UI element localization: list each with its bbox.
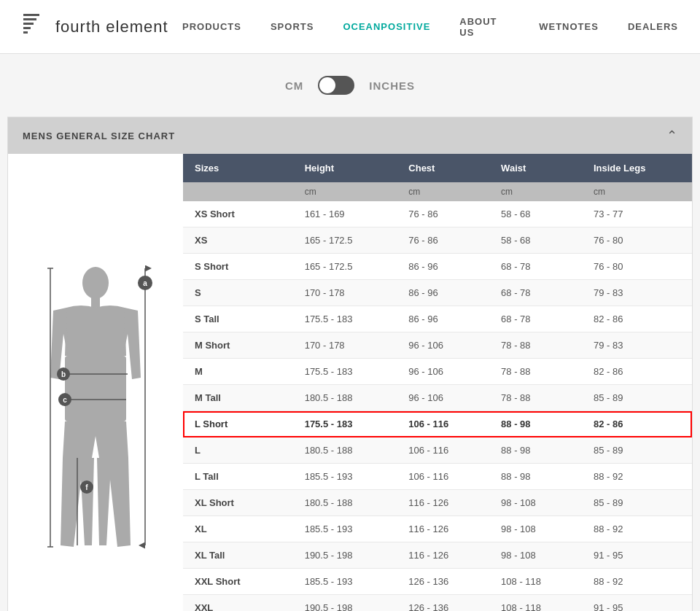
nav-about[interactable]: ABOUT US [459,16,510,38]
section-body: a b c f [8,154,692,611]
cell-value: 175.5 - 183 [293,306,397,332]
svg-rect-1 [23,18,36,20]
cell-value: 82 - 86 [582,411,692,437]
table-row: S170 - 17886 - 9668 - 7879 - 83 [183,280,692,306]
header: fourth element PRODUCTS SPORTS OCEANPOSI… [0,0,700,54]
table-row: S Short165 - 172.586 - 9668 - 7876 - 80 [183,254,692,280]
nav-dealers[interactable]: DEALERS [628,21,678,32]
svg-rect-6 [91,297,100,308]
collapse-icon[interactable]: ⌃ [666,128,677,144]
cell-value: 180.5 - 188 [293,385,397,411]
unit-height: cm [293,182,397,201]
cell-value: 116 - 126 [397,542,489,569]
cm-label: CM [285,79,303,92]
cell-value: 88 - 98 [489,464,582,490]
logo-area: fourth element [22,11,182,43]
col-header-waist: Waist [489,154,582,182]
cell-value: 85 - 89 [582,490,692,516]
cell-value: 161 - 169 [293,201,397,227]
nav-sports[interactable]: SPORTS [271,21,314,32]
table-row: XL Short180.5 - 188116 - 12698 - 10885 -… [183,490,692,516]
table-row: XS Short161 - 16976 - 8658 - 6873 - 77 [183,201,692,227]
cell-value: 88 - 92 [582,516,692,542]
cell-value: 73 - 77 [582,201,692,227]
table-row: L Tall185.5 - 193106 - 11688 - 9888 - 92 [183,464,692,490]
col-header-height: Height [293,154,397,182]
cell-value: 68 - 78 [489,254,582,280]
table-row: M Short170 - 17896 - 10678 - 8879 - 83 [183,332,692,359]
svg-text:b: b [61,370,66,378]
table-row: S Tall175.5 - 18386 - 9668 - 7882 - 86 [183,306,692,332]
main-nav: PRODUCTS SPORTS OCEANPOSITIVE ABOUT US W… [182,16,678,38]
cell-value: 190.5 - 198 [293,542,397,569]
table-row: L180.5 - 188106 - 11688 - 9885 - 89 [183,437,692,464]
cell-value: 91 - 95 [582,595,692,612]
cell-value: 76 - 86 [397,201,489,227]
unit-inside-legs: cm [582,182,692,201]
table-row: XL185.5 - 193116 - 12698 - 10888 - 92 [183,516,692,542]
svg-rect-3 [23,27,31,29]
cell-value: 185.5 - 193 [293,569,397,595]
inches-label: INCHES [369,79,415,92]
cell-value: 165 - 172.5 [293,254,397,280]
nav-oceanpositive[interactable]: OCEANPOSITIVE [343,21,430,32]
cell-value: 86 - 96 [397,306,489,332]
col-header-chest: Chest [397,154,489,182]
section-header: MENS GENERAL SIZE CHART ⌃ [8,117,692,154]
size-chart-section: MENS GENERAL SIZE CHART ⌃ [7,117,693,611]
cell-size: M Tall [183,385,293,411]
cell-value: 91 - 95 [582,542,692,569]
cell-size: XL Short [183,490,293,516]
cell-value: 116 - 126 [397,516,489,542]
logo-text: fourth element [55,17,168,36]
cell-value: 170 - 178 [293,332,397,359]
logo-icon [22,11,48,43]
cell-value: 79 - 83 [582,280,692,306]
svg-rect-0 [23,14,39,16]
cell-value: 96 - 106 [397,385,489,411]
cell-size: XXL Short [183,569,293,595]
cell-value: 58 - 68 [489,201,582,227]
cell-value: 58 - 68 [489,227,582,254]
cell-value: 96 - 106 [397,332,489,359]
col-header-inside-legs: Inside Legs [582,154,692,182]
toggle-knob [319,77,335,93]
cell-value: 76 - 80 [582,227,692,254]
cell-value: 116 - 126 [397,490,489,516]
cell-value: 108 - 118 [489,569,582,595]
cell-value: 106 - 116 [397,437,489,464]
section-title: MENS GENERAL SIZE CHART [23,131,175,141]
cell-value: 86 - 96 [397,280,489,306]
table-row: XXL190.5 - 198126 - 136108 - 11891 - 95 [183,595,692,612]
unit-sizes [183,182,293,201]
cell-value: 180.5 - 188 [293,490,397,516]
nav-wetnotes[interactable]: WETNOTES [539,21,599,32]
body-figure-svg: a b c f [37,261,154,567]
svg-rect-7 [65,356,126,421]
svg-rect-2 [23,23,34,25]
cell-size: XXL [183,595,293,612]
cell-value: 76 - 80 [582,254,692,280]
unit-waist: cm [489,182,582,201]
cell-value: 78 - 88 [489,359,582,385]
cell-value: 185.5 - 193 [293,516,397,542]
cell-value: 76 - 86 [397,227,489,254]
cell-value: 68 - 78 [489,306,582,332]
cell-value: 175.5 - 183 [293,359,397,385]
cell-value: 85 - 89 [582,385,692,411]
cell-value: 106 - 116 [397,464,489,490]
cell-size: S Tall [183,306,293,332]
unit-toggle-switch[interactable] [318,76,354,95]
size-table: Sizes Height Chest Waist Inside Legs cm … [183,154,692,611]
cell-value: 86 - 96 [397,254,489,280]
cell-size: L Short [183,411,293,437]
svg-text:c: c [63,396,67,404]
cell-value: 82 - 86 [582,359,692,385]
cell-value: 85 - 89 [582,437,692,464]
cell-value: 88 - 92 [582,569,692,595]
svg-rect-4 [23,31,28,34]
nav-products[interactable]: PRODUCTS [182,21,241,32]
cell-value: 98 - 108 [489,516,582,542]
cell-value: 88 - 98 [489,437,582,464]
table-row: XXL Short185.5 - 193126 - 136108 - 11888… [183,569,692,595]
